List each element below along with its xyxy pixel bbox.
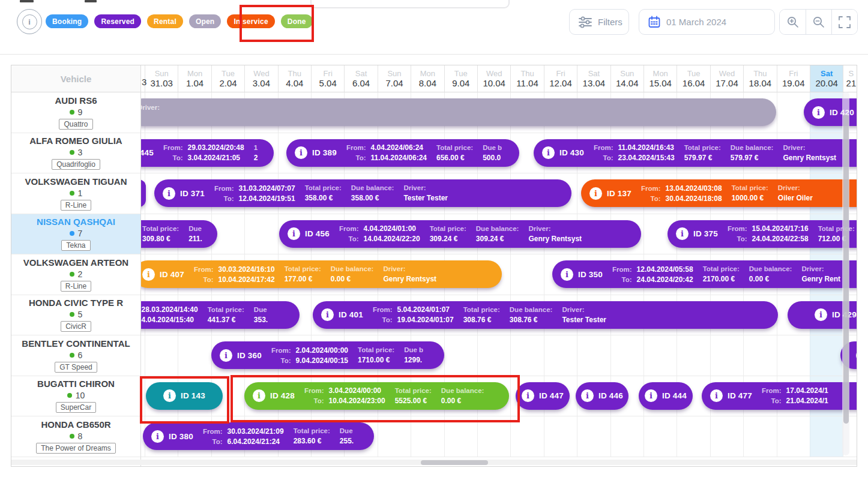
booking-id-label: ID 456 xyxy=(305,229,330,238)
info-icon[interactable]: i xyxy=(856,349,857,362)
booking-bar-id-407[interactable]: iID 407From:30.03.2024/16:10To:10.04.202… xyxy=(141,260,502,288)
booking-bar-id-371[interactable]: iID 371From:31.03.2024/07:07To:12.04.202… xyxy=(154,179,571,207)
status-legend: BookingReservedRentalOpenIn serviceDone xyxy=(46,14,313,28)
horizontal-scrollbar[interactable] xyxy=(11,460,857,465)
booking-bar-id-447[interactable]: iID 447 xyxy=(516,382,570,410)
vehicle-row-volkswagen-arteon[interactable]: VOLKSWAGEN ARTEON2R-Line xyxy=(11,254,140,295)
day-name: Mon xyxy=(420,69,435,78)
vertical-scrollbar[interactable] xyxy=(842,92,849,455)
info-icon[interactable]: i xyxy=(151,430,164,443)
legend-pill-booking[interactable]: Booking xyxy=(46,14,88,28)
info-button[interactable]: i xyxy=(17,9,42,34)
vehicle-row-honda-civic-type-r[interactable]: HONDA CIVIC TYPE R5CivicR xyxy=(11,295,140,336)
booking-bar[interactable]: Total price:309.80 €Due211. xyxy=(141,220,217,248)
booking-bar-id-430[interactable]: iID 430From:11.04.2024/16:43To:23.04.202… xyxy=(534,139,857,167)
grid-row-volkswagen-arteon: iID 407From:30.03.2024/16:10To:10.04.202… xyxy=(141,254,857,295)
info-icon[interactable]: i xyxy=(645,389,657,402)
booking-bar-id-137[interactable]: iID 137From:13.04.2024/03:08To:30.04.202… xyxy=(581,179,857,207)
booking-id-label: ID 445 xyxy=(141,148,154,157)
from-value: 13.04.2024/03:08 xyxy=(666,184,722,193)
info-icon[interactable]: i xyxy=(288,227,300,240)
vehicle-name: ALFA ROMEO GIULIA xyxy=(29,136,122,146)
vehicle-row-nissan-qashqai[interactable]: NISSAN QASHQAI7Tekna xyxy=(11,214,140,255)
vehicle-row-bentley-continental[interactable]: BENTLEY CONTINENTAL6GT Speed xyxy=(11,335,140,376)
booking-id-block: iID 456 xyxy=(288,227,330,240)
date-picker-button[interactable]: 01 March 2024 xyxy=(639,9,775,35)
vehicle-model-badge: CivicR xyxy=(61,321,91,332)
info-icon[interactable]: i xyxy=(815,308,827,321)
booking-id-label: ID 446 xyxy=(598,391,623,400)
info-label: Total price: xyxy=(208,306,244,314)
info-icon[interactable]: i xyxy=(163,389,176,402)
legend-pill-in-service[interactable]: In service xyxy=(227,14,274,28)
booking-bar-id-477[interactable]: iID 477From:17.04.2024/1To:21.04.2024/1 xyxy=(702,382,857,410)
zoom-out-button[interactable] xyxy=(806,10,831,34)
info-icon[interactable]: i xyxy=(561,268,573,281)
info-icon[interactable]: i xyxy=(163,187,175,200)
vertical-scrollbar-thumb[interactable] xyxy=(843,115,849,424)
info-icon[interactable]: i xyxy=(142,268,155,281)
booking-bar-id-389[interactable]: iID 389From:4.04.2024/06:24To:11.04.2024… xyxy=(286,139,519,167)
info-icon[interactable]: i xyxy=(581,389,594,402)
vehicle-row-volkswagen-tiguan[interactable]: VOLKSWAGEN TIGUAN1R-Line xyxy=(11,173,140,214)
vehicle-row-audi-rs6[interactable]: AUDI RS69Quattro xyxy=(11,92,140,133)
availability-dot xyxy=(70,191,74,196)
booking-id-label: ID 401 xyxy=(339,310,363,319)
info-label: Due balance: xyxy=(351,184,394,192)
vehicle-name: NISSAN QASHQAI xyxy=(37,217,115,227)
booking-bar-id-375[interactable]: iID 375From:15.04.2024/17:16To:24.04.202… xyxy=(668,220,857,248)
booking-bar-id-350[interactable]: iID 350From:12.04.2024/05:58To:24.04.202… xyxy=(552,260,857,288)
to-label: To: xyxy=(594,154,613,161)
cutoff-mark xyxy=(85,0,97,2)
booking-bar-id-456[interactable]: iID 456From:4.04.2024/01:00To:14.04.2024… xyxy=(279,220,641,248)
booking-bar-id-143[interactable]: iID 143 xyxy=(146,382,223,410)
vehicle-name: AUDI RS6 xyxy=(55,95,97,106)
booking-bar-id-380[interactable]: iID 380From:30.03.2024/21:09To:6.04.2024… xyxy=(143,422,374,450)
booking-bar-id-446[interactable]: iID 446 xyxy=(576,382,628,410)
info-value: Genry Rent xyxy=(801,275,840,283)
info-label: Total price: xyxy=(684,144,721,152)
booking-bar-id-360[interactable]: iID 360From:2.04.2024/00:00To:9.04.2024/… xyxy=(211,341,444,369)
booking-bar[interactable]: Driver: xyxy=(141,98,776,126)
day-name: Mon xyxy=(187,69,202,78)
info-label: Due b xyxy=(483,144,502,152)
horizontal-scrollbar-thumb[interactable] xyxy=(421,460,488,465)
info-icon[interactable]: i xyxy=(812,106,825,119)
to-value: 14.04.2024/22:20 xyxy=(364,235,420,243)
info-icon[interactable]: i xyxy=(676,227,689,240)
booking-bar-id-401[interactable]: iID 401From:5.04.2024/01:07To:19.04.2024… xyxy=(313,301,778,329)
from-label: From: xyxy=(163,144,183,151)
info-icon[interactable]: i xyxy=(253,389,265,402)
legend-pill-reserved[interactable]: Reserved xyxy=(94,14,141,28)
vehicle-count: 6 xyxy=(78,350,83,360)
info-icon[interactable]: i xyxy=(589,187,602,200)
booking-bar[interactable]: From:28.03.2024/14:40To:4.04.2024/15:40T… xyxy=(141,301,300,329)
day-date: 20.04 xyxy=(815,78,838,88)
info-icon[interactable]: i xyxy=(295,146,307,159)
legend-pill-open[interactable]: Open xyxy=(189,14,221,28)
filters-button[interactable]: Filters xyxy=(569,9,629,35)
info-icon[interactable]: i xyxy=(522,389,534,402)
info-icon[interactable]: i xyxy=(542,146,555,159)
info-icon[interactable]: i xyxy=(710,389,723,402)
info-icon[interactable]: i xyxy=(220,349,232,362)
vehicle-row-honda-cb650r[interactable]: HONDA CB650R8The Power of Dreams xyxy=(11,416,140,457)
day-header-13-04: Sat13.04 xyxy=(577,65,610,92)
zoom-in-button[interactable] xyxy=(780,10,806,34)
day-name: Tue xyxy=(222,69,235,78)
vehicle-row-alfa-romeo-giulia[interactable]: ALFA ROMEO GIULIA3Quadrifoglio xyxy=(11,133,140,174)
info-value: 358.00 € xyxy=(351,194,394,202)
booking-bar[interactable] xyxy=(141,179,146,207)
info-icon[interactable]: i xyxy=(321,308,334,321)
vehicle-row-bugatti-chiron[interactable]: BUGATTI CHIRON10SuperCar xyxy=(11,376,140,417)
legend-pill-done[interactable]: Done xyxy=(281,14,313,28)
fullscreen-button[interactable] xyxy=(831,10,857,34)
legend-pill-rental[interactable]: Rental xyxy=(147,14,183,28)
day-header-18-04: Thu18.04 xyxy=(743,65,776,92)
booking-bar-id-444[interactable]: iID 444 xyxy=(639,382,693,410)
booking-bar-id-428[interactable]: iID 428From:3.04.2024/00:00To:10.04.2024… xyxy=(244,382,509,410)
booking-bar-id-445[interactable]: iID 445From:29.03.2024/20:48To:3.04.2024… xyxy=(141,139,274,167)
to-value: 24.04.2024/22:58 xyxy=(752,235,809,243)
filters-icon xyxy=(578,16,592,28)
booking-info-block: Due b1299. xyxy=(404,346,423,364)
